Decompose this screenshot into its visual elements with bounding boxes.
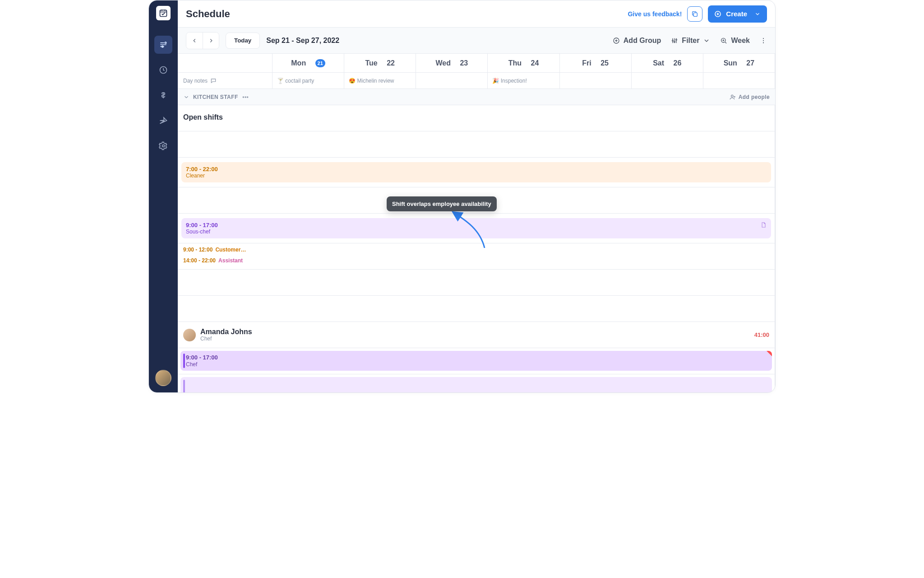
day-header-fri[interactable]: Fri 25 <box>560 54 632 73</box>
day-header-sun[interactable]: Sun 27 <box>703 54 775 73</box>
shift-card[interactable]: 9:00 - 17:00 Chef <box>180 351 772 371</box>
open-shift-card[interactable]: 9:00 - 17:00 Sous-chef <box>181 218 771 238</box>
chat-bubble-icon <box>210 78 217 84</box>
group-menu-icon[interactable]: ••• <box>241 94 249 100</box>
create-label: Create <box>726 10 747 18</box>
svg-point-13 <box>763 40 764 41</box>
open-shift-mini[interactable]: 9:00 - 12:00Customer… <box>180 245 772 254</box>
svg-point-1 <box>165 42 166 43</box>
day-note-sun[interactable] <box>703 73 775 89</box>
day-note-thu[interactable]: 🎉 Inspection! <box>488 73 559 89</box>
svg-point-14 <box>763 42 764 43</box>
day-header-row: Mon 21 Tue 22 Wed 23 Thu 24 Fri 25 Sat 2… <box>178 54 775 73</box>
svg-point-12 <box>763 38 764 39</box>
open-shift-card[interactable]: 7:00 - 22:00 Cleaner <box>181 162 771 182</box>
warning-tooltip: Shift overlaps employee availability <box>387 196 497 211</box>
day-header-mon[interactable]: Mon 21 <box>273 54 344 73</box>
day-note-sat[interactable] <box>632 73 703 89</box>
day-header-thu[interactable]: Thu 24 <box>488 54 559 73</box>
date-range: Sep 21 - Sep 27, 2022 <box>266 37 339 45</box>
schedule-grid: Mon 21 Tue 22 Wed 23 Thu 24 Fri 25 Sat 2… <box>178 54 775 392</box>
open-shift-mini[interactable]: 14:00 - 22:00Assistant <box>180 256 772 265</box>
subbar: Today Sep 21 - Sep 27, 2022 Add Group Fi… <box>178 28 775 54</box>
view-button[interactable]: Week <box>720 37 750 45</box>
copy-icon-button[interactable] <box>687 6 702 22</box>
day-header-tue[interactable]: Tue 22 <box>344 54 416 73</box>
open-shifts-label: Open shifts <box>178 105 775 131</box>
svg-rect-0 <box>160 10 167 16</box>
day-note-fri[interactable] <box>560 73 632 89</box>
add-people-button[interactable]: Add people <box>730 94 770 100</box>
svg-point-9 <box>674 41 675 42</box>
create-button[interactable]: Create <box>708 5 767 23</box>
today-button[interactable]: Today <box>226 33 260 49</box>
svg-point-10 <box>676 39 677 40</box>
note-icon <box>760 222 767 228</box>
day-note-tue[interactable]: 😍 Michelin review <box>344 73 416 89</box>
day-note-mon[interactable]: 🍸 coctail party <box>273 73 344 89</box>
page-title: Schedule <box>186 8 230 20</box>
person-add-icon <box>730 94 736 100</box>
prev-week-button[interactable] <box>186 33 203 49</box>
date-nav-segment <box>186 32 219 49</box>
sidebar <box>149 0 178 392</box>
svg-point-4 <box>162 145 165 147</box>
day-notes-label: Day notes <box>178 73 273 89</box>
shift-card-hidden[interactable] <box>180 377 772 392</box>
warning-flag-icon <box>767 351 772 356</box>
user-avatar[interactable] <box>155 370 171 386</box>
filter-button[interactable]: Filter <box>671 37 710 45</box>
svg-point-8 <box>672 40 674 41</box>
more-menu-icon[interactable] <box>760 37 767 44</box>
day-header-wed[interactable]: Wed 23 <box>416 54 488 73</box>
add-group-button[interactable]: Add Group <box>613 37 661 45</box>
brand-logo[interactable] <box>156 6 171 20</box>
group-header-kitchen[interactable]: KITCHEN STAFF ••• Add people <box>178 89 775 105</box>
day-note-wed[interactable] <box>416 73 488 89</box>
employee-cell[interactable]: Amanda Johns Chef 41:00 <box>178 322 775 348</box>
employee-avatar <box>183 329 196 341</box>
next-week-button[interactable] <box>203 33 219 49</box>
nav-leave-icon[interactable] <box>154 112 172 130</box>
nav-schedule-icon[interactable] <box>154 36 172 54</box>
chevron-down-icon <box>183 94 189 100</box>
nav-settings-icon[interactable] <box>154 137 172 155</box>
svg-point-15 <box>731 95 733 97</box>
nav-pay-icon[interactable] <box>154 86 172 104</box>
topbar: Schedule Give us feedback! Create <box>178 0 775 28</box>
day-notes-row: Day notes 🍸 coctail party 😍 Michelin rev… <box>178 73 775 89</box>
nav-time-icon[interactable] <box>154 61 172 79</box>
feedback-link[interactable]: Give us feedback! <box>628 10 682 18</box>
hours-badge: 41:00 <box>754 331 769 338</box>
day-header-sat[interactable]: Sat 26 <box>632 54 703 73</box>
svg-rect-5 <box>694 13 698 16</box>
